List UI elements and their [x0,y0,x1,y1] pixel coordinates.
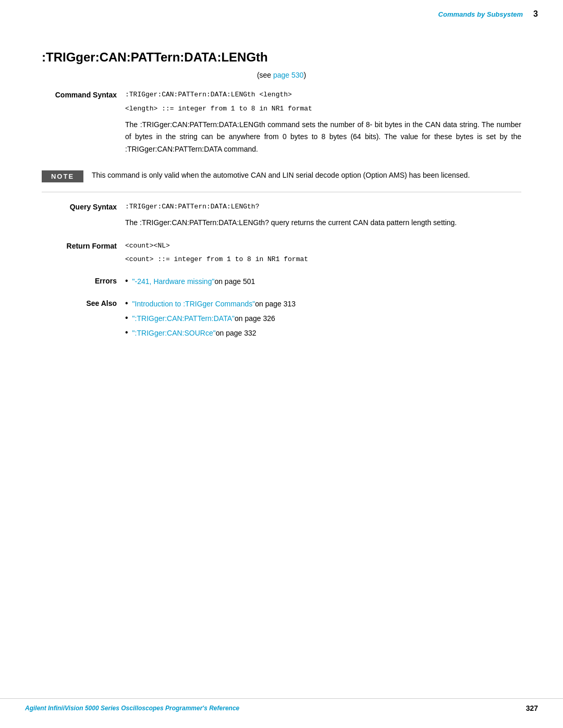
query-syntax-content: :TRIGger:CAN:PATTern:DATA:LENGth? The :T… [125,202,521,233]
note-section: NOTE This command is only valid when the… [42,169,521,182]
see-also-content: "Introduction to :TRIGger Commands" on p… [125,298,521,342]
header-page-number: 3 [533,9,538,19]
see-also-suffix-3: on page 332 [216,327,256,339]
return-format-label: Return Format [42,241,125,269]
return-format-mono2: <count> ::= integer from 1 to 8 in NR1 f… [125,254,521,265]
return-format-section: Return Format <count><NL> <count> ::= in… [42,241,521,269]
command-syntax-label: Command Syntax [42,90,125,160]
error-link-1[interactable]: "-241, Hardware missing" [132,276,215,287]
see-also-item-3: ":TRIGger:CAN:SOURce" on page 332 [125,327,521,339]
command-syntax-mono2: <length> ::= integer from 1 to 8 in NR1 … [125,104,521,115]
error-item-1: "-241, Hardware missing" on page 501 [125,276,521,287]
see-page-link[interactable]: page 530 [273,71,303,79]
see-also-link-1[interactable]: "Introduction to :TRIGger Commands" [132,298,255,310]
query-syntax-label: Query Syntax [42,202,125,233]
see-page-ref: (see page 530) [42,71,521,79]
query-syntax-section: Query Syntax :TRIGger:CAN:PATTern:DATA:L… [42,202,521,233]
errors-list: "-241, Hardware missing" on page 501 [125,276,521,287]
see-also-suffix-2: on page 326 [235,313,275,324]
footer-page-number: 327 [526,704,538,712]
page-footer: Agilent InfiniiVision 5000 Series Oscill… [0,698,563,712]
see-also-list: "Introduction to :TRIGger Commands" on p… [125,298,521,339]
errors-label: Errors [42,276,125,290]
error-suffix-1: on page 501 [214,276,255,287]
errors-section: Errors "-241, Hardware missing" on page … [42,276,521,290]
command-syntax-description: The :TRIGger:CAN:PATTern:DATA:LENGth com… [125,119,521,156]
command-syntax-content: :TRIGger:CAN:PATTern:DATA:LENGth <length… [125,90,521,160]
see-also-link-2[interactable]: ":TRIGger:CAN:PATTern:DATA" [132,313,235,324]
note-content: This command is only valid when the auto… [92,169,521,181]
see-also-link-3[interactable]: ":TRIGger:CAN:SOURce" [132,327,216,339]
section-divider [42,192,521,192]
page-container: Commands by Subsystem 3 :TRIGger:CAN:PAT… [0,0,563,728]
see-also-item-2: ":TRIGger:CAN:PATTern:DATA" on page 326 [125,313,521,324]
header-section-title: Commands by Subsystem [438,10,523,18]
see-also-suffix-1: on page 313 [255,298,296,310]
page-header: Commands by Subsystem 3 [0,0,563,24]
command-syntax-section: Command Syntax :TRIGger:CAN:PATTern:DATA… [42,90,521,160]
see-also-label: See Also [42,298,125,342]
return-format-content: <count><NL> <count> ::= integer from 1 t… [125,241,521,269]
see-also-section: See Also "Introduction to :TRIGger Comma… [42,298,521,342]
return-format-mono1: <count><NL> [125,241,521,252]
see-also-item-1: "Introduction to :TRIGger Commands" on p… [125,298,521,310]
command-syntax-mono1: :TRIGger:CAN:PATTern:DATA:LENGth <length… [125,90,521,101]
errors-content: "-241, Hardware missing" on page 501 [125,276,521,290]
query-syntax-mono: :TRIGger:CAN:PATTern:DATA:LENGth? [125,202,521,213]
footer-title: Agilent InfiniiVision 5000 Series Oscill… [25,705,239,712]
main-content: :TRIGger:CAN:PATTern:DATA:LENGth (see pa… [0,24,563,381]
note-label: NOTE [42,170,83,182]
page-title: :TRIGger:CAN:PATTern:DATA:LENGth [42,50,521,65]
query-syntax-description: The :TRIGger:CAN:PATTern:DATA:LENGth? qu… [125,217,521,229]
